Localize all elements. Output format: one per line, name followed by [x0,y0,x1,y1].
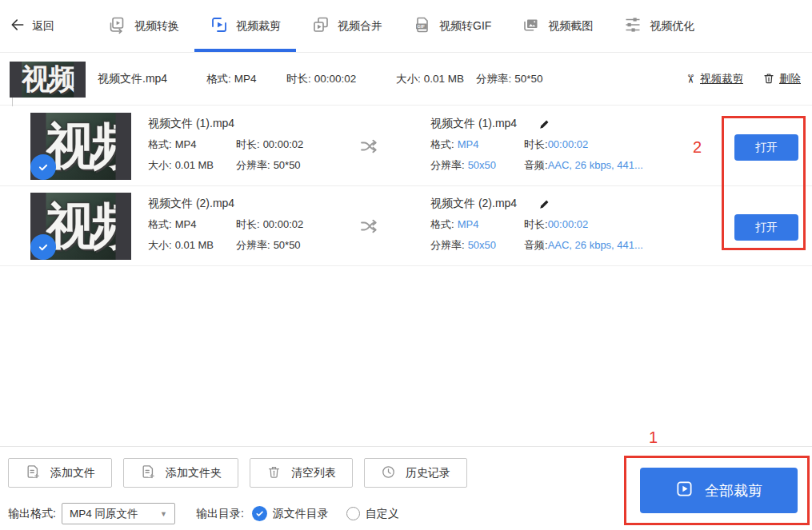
output-format: 格式:MP4 [430,217,524,232]
add-file-icon [25,464,41,482]
video-optimize-icon [623,15,642,37]
svg-text:GIF: GIF [418,24,426,29]
tab-label: 视频裁剪 [236,19,281,34]
tab-label: 视频转换 [134,19,179,34]
output-duration: 时长:00:00:02 [524,217,588,232]
output-filename: 视频文件 (2).mp4 [430,197,517,211]
clear-list-trash-icon [266,464,282,482]
output-format: 格式:MP4 [430,137,524,152]
clip-source-info: 视频文件 (2).mp4 格式:MP4 时长:00:00:02 大小:0.01 … [148,193,324,256]
tab-label: 视频优化 [650,19,694,34]
clear-list-button[interactable]: 清空列表 [250,458,353,488]
tab-video-crop[interactable]: 视频裁剪 [194,0,296,52]
tab-label: 视频转GIF [439,19,491,34]
back-button[interactable]: 返回 [10,0,54,52]
video-screenshot-icon [522,15,541,37]
clip-thumbnail: 视频 [30,193,131,260]
video-crop-link[interactable]: ✂ 视频裁剪 [686,72,743,86]
tab-video-screenshot[interactable]: 视频截图 [506,0,608,52]
clip-output-info: 视频文件 (1).mp4 格式:MP4 时长:00:00:02 分辨率:50x5… [430,114,643,176]
video-convert-icon [108,15,127,37]
tab-video-optimize[interactable]: 视频优化 [608,0,710,52]
source-thumbnail-image: 视频 [22,62,74,98]
selected-check-badge[interactable] [30,154,56,180]
open-button[interactable]: 打开 [734,134,798,161]
clip-thumbnail: 视频 [30,113,131,180]
source-file-row: 视频 视频文件.mp4 格式:MP4 时长:00:00:02 大小:0.01 M… [0,54,812,106]
source-format: 格式:MP4 [206,72,286,86]
add-folder-icon [140,464,156,482]
thumbnail-text: 视频 [46,122,116,171]
crop-all-button[interactable]: 全部裁剪 [640,468,798,513]
bottom-toolbar: 添加文件 添加文件夹 清空列表 [8,458,467,488]
source-thumbnail: 视频 [10,62,86,98]
output-resolution: 分辨率:50x50 [430,238,524,253]
history-button[interactable]: 历史记录 [364,458,467,488]
radio-unchecked-icon [346,507,360,520]
clip-resolution: 分辨率:50*50 [236,158,324,173]
output-dir-label: 输出目录: [196,507,244,521]
chevron-down-icon: ▼ [160,510,167,518]
clip-format: 格式:MP4 [148,137,236,152]
open-button[interactable]: 打开 [734,214,798,241]
shuffle-icon[interactable] [358,135,382,161]
clip-list: 视频 视频文件 (1).mp4 格式:MP4 时长:00:00:02 大小:0.… [0,106,812,266]
output-format-select[interactable]: MP4 同原文件 ▼ [62,503,175,524]
output-options-bar: 输出格式: MP4 同原文件 ▼ 输出目录: 源文件目录 自定义 [8,503,399,524]
trash-icon [762,72,775,87]
clip-row-2[interactable]: 视频 视频文件 (2).mp4 格式:MP4 时长:00:00:02 大小:0.… [0,186,812,266]
source-duration: 时长:00:00:02 [286,72,396,86]
add-file-button[interactable]: 添加文件 [8,458,112,488]
rename-pencil-icon[interactable] [538,118,551,131]
thumbnail-text: 视频 [46,201,116,251]
output-resolution: 分辨率:50x50 [430,158,524,173]
output-duration: 时长:00:00:02 [524,137,588,152]
video-crop-icon [210,15,229,37]
shuffle-icon[interactable] [358,215,382,241]
rename-pencil-icon[interactable] [538,197,551,211]
thumbnail-text: 视频 [22,65,74,94]
tab-video-merge[interactable]: 视频合并 [296,0,398,52]
back-label: 返回 [32,19,54,34]
source-actions: ✂ 视频裁剪 删除 [686,72,801,87]
source-filename: 视频文件.mp4 [98,72,206,86]
clip-filename: 视频文件 (1).mp4 [148,114,324,134]
clip-filename: 视频文件 (2).mp4 [148,193,324,214]
clip-format: 格式:MP4 [148,217,236,232]
output-filename: 视频文件 (1).mp4 [430,117,517,131]
output-audio: 音频:AAC, 26 kbps, 441... [524,158,643,173]
scissors-icon: ✂ [684,74,698,85]
delete-link[interactable]: 删除 [762,72,801,87]
output-audio: 音频:AAC, 26 kbps, 441... [524,238,643,253]
annotation-number-1: 1 [649,428,658,447]
clip-source-info: 视频文件 (1).mp4 格式:MP4 时长:00:00:02 大小:0.01 … [148,114,324,176]
clip-resolution: 分辨率:50*50 [236,238,324,253]
add-folder-button[interactable]: 添加文件夹 [123,458,238,488]
play-square-icon [675,480,694,502]
video-to-gif-icon: GIF [413,15,432,37]
tab-video-to-gif[interactable]: GIF 视频转GIF [398,0,506,52]
tab-video-convert[interactable]: 视频转换 [93,0,194,52]
source-resolution: 分辨率:50*50 [476,72,543,86]
selected-check-badge[interactable] [30,234,56,260]
tab-label: 视频截图 [548,19,593,34]
clip-size: 大小:0.01 MB [148,158,236,173]
video-toolbox-window: 返回 视频转换 [0,0,812,530]
clip-row-1[interactable]: 视频 视频文件 (1).mp4 格式:MP4 时长:00:00:02 大小:0.… [0,106,812,186]
back-arrow-icon [10,17,26,35]
radio-checked-icon [252,506,267,521]
radio-custom-dir[interactable]: 自定义 [346,507,399,521]
clip-output-info: 视频文件 (2).mp4 格式:MP4 时长:00:00:02 分辨率:50x5… [430,193,643,256]
video-merge-icon [311,15,330,37]
clip-thumbnail-image: 视频 [46,113,116,180]
clip-duration: 时长:00:00:02 [236,217,324,232]
feature-tabs: 视频转换 视频裁剪 [93,0,710,52]
clip-thumbnail-image: 视频 [46,193,116,260]
top-nav: 返回 视频转换 [0,0,812,53]
source-size: 大小:0.01 MB [396,72,476,86]
output-format-label: 输出格式: [8,507,56,521]
radio-source-dir[interactable]: 源文件目录 [252,506,329,521]
annotation-number-2: 2 [693,138,702,157]
tab-label: 视频合并 [338,19,382,34]
history-clock-icon [381,464,396,482]
